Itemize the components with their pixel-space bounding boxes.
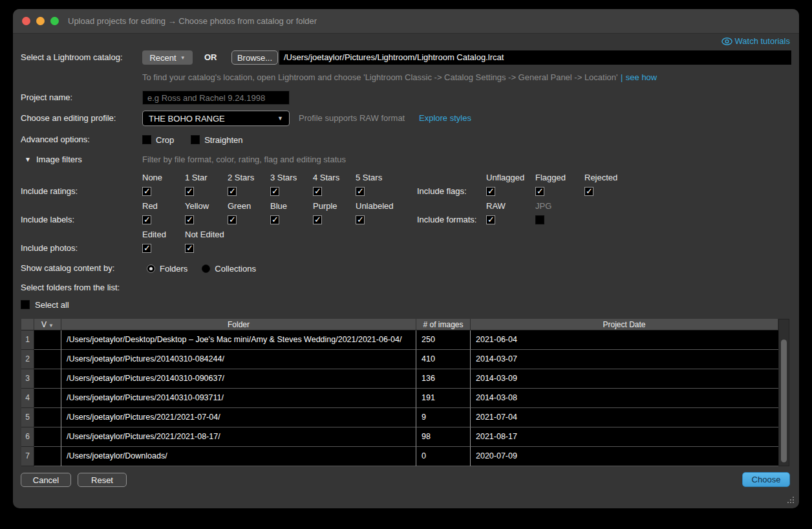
row-number: 4 xyxy=(21,389,34,408)
scrollbar-thumb[interactable] xyxy=(781,340,787,462)
photos-not-edited-checkbox[interactable] xyxy=(185,244,194,253)
folder-cell[interactable]: /Users/joetaylor/Desktop/Desktop – Joe's… xyxy=(61,330,416,350)
row-select-checkbox[interactable] xyxy=(34,369,61,389)
zoom-button[interactable] xyxy=(50,17,59,25)
label-unlabeled-checkbox[interactable] xyxy=(356,215,365,224)
images-cell: 0 xyxy=(416,447,471,466)
straighten-label: Straighten xyxy=(204,135,242,145)
row-select-checkbox[interactable] xyxy=(34,330,61,350)
folder-cell[interactable]: /Users/joetaylor/Downloads/ xyxy=(61,447,416,466)
include-labels-label: Include labels: xyxy=(21,213,74,227)
row-number: 6 xyxy=(21,427,34,447)
column-header: Unflagged xyxy=(486,173,535,182)
column-header: Flagged xyxy=(535,173,584,182)
rating-none-checkbox[interactable] xyxy=(142,187,151,196)
folders-radio-label: Folders xyxy=(160,264,187,274)
label-blue-checkbox[interactable] xyxy=(270,215,279,224)
chevron-down-icon: ▼ xyxy=(277,115,283,122)
watch-tutorials-link[interactable]: Watch tutorials xyxy=(721,36,791,46)
minimize-button[interactable] xyxy=(36,17,45,25)
format-jpg-checkbox[interactable] xyxy=(535,215,544,224)
flag-rejected-checkbox[interactable] xyxy=(584,187,593,196)
flag-unflagged-checkbox[interactable] xyxy=(486,187,495,196)
see-how-link[interactable]: see how xyxy=(626,72,657,82)
image-filters-title: Image filters xyxy=(36,153,82,167)
browse-button[interactable]: Browse... xyxy=(231,50,278,65)
resize-grip[interactable] xyxy=(786,496,795,504)
straighten-checkbox[interactable] xyxy=(191,135,200,144)
photos-edited-checkbox[interactable] xyxy=(142,244,151,253)
profile-label: Choose an editing profile: xyxy=(21,111,116,126)
catalog-path-field[interactable]: /Users/joetaylor/Pictures/Lightroom/Ligh… xyxy=(279,50,791,65)
date-column-header[interactable]: Project Date xyxy=(471,319,778,330)
label-green-checkbox[interactable] xyxy=(228,215,237,224)
explore-styles-link[interactable]: Explore styles xyxy=(419,111,471,126)
column-header: 5 Stars xyxy=(356,173,398,182)
row-number: 7 xyxy=(21,447,34,466)
row-select-checkbox[interactable] xyxy=(34,447,61,466)
images-cell: 250 xyxy=(416,330,471,350)
label-purple-checkbox[interactable] xyxy=(313,215,322,224)
rating-3stars-checkbox[interactable] xyxy=(270,187,279,196)
window-title: Upload projects for editing → Choose pho… xyxy=(68,9,317,34)
project-name-input[interactable] xyxy=(142,91,290,105)
recent-dropdown[interactable]: Recent ▼ xyxy=(142,50,193,65)
label-red-checkbox[interactable] xyxy=(142,215,151,224)
select-folders-label: Select folders from the list: xyxy=(21,281,120,294)
date-cell: 2021-07-04 xyxy=(471,408,778,427)
advanced-options-label: Advanced options: xyxy=(21,134,90,146)
folder-cell[interactable]: /Users/joetaylor/Pictures/20140310-09063… xyxy=(61,369,416,389)
flag-flagged-checkbox[interactable] xyxy=(535,187,544,196)
rating-5stars-checkbox[interactable] xyxy=(356,187,365,196)
project-name-label: Project name: xyxy=(21,91,72,105)
image-filters-hint: Filter by file format, color, rating, fl… xyxy=(142,153,346,167)
select-all-checkbox[interactable] xyxy=(21,300,30,309)
rating-1star-checkbox[interactable] xyxy=(185,187,194,196)
column-header: Green xyxy=(228,201,270,211)
crop-checkbox[interactable] xyxy=(142,135,151,144)
folder-column-header[interactable]: Folder xyxy=(61,319,416,330)
column-header: Blue xyxy=(270,201,313,211)
folder-cell[interactable]: /Users/joetaylor/Pictures/20140310-09371… xyxy=(61,389,416,408)
rating-4stars-checkbox[interactable] xyxy=(313,187,322,196)
images-cell: 98 xyxy=(416,427,471,447)
format-raw-checkbox[interactable] xyxy=(486,215,495,224)
close-button[interactable] xyxy=(22,17,30,25)
folder-cell[interactable]: /Users/joetaylor/Pictures/2021/2021-08-1… xyxy=(61,427,416,447)
crop-label: Crop xyxy=(156,135,174,145)
reset-button[interactable]: Reset xyxy=(78,473,127,487)
label-yellow-checkbox[interactable] xyxy=(185,215,194,224)
folders-radio[interactable] xyxy=(147,264,155,273)
table-corner-header xyxy=(21,319,34,330)
row-select-checkbox[interactable] xyxy=(34,427,61,447)
disclosure-triangle-icon[interactable]: ▼ xyxy=(25,153,31,167)
folder-cell[interactable]: /Users/joetaylor/Pictures/2021/2021-07-0… xyxy=(61,408,416,427)
row-select-checkbox[interactable] xyxy=(34,408,61,427)
column-header: Not Edited xyxy=(185,230,237,239)
images-cell: 136 xyxy=(416,369,471,389)
column-header: Rejected xyxy=(584,173,634,182)
profile-select[interactable]: THE BOHO RANGE ▼ xyxy=(142,111,290,126)
column-header: 4 Stars xyxy=(313,173,356,182)
title-bar: Upload projects for editing → Choose pho… xyxy=(13,9,799,34)
profile-selected-value: THE BOHO RANGE xyxy=(149,114,225,124)
dialog-window: Upload projects for editing → Choose pho… xyxy=(13,9,799,508)
choose-button[interactable]: Choose xyxy=(742,472,790,487)
rating-2stars-checkbox[interactable] xyxy=(228,187,237,196)
include-flags-label: Include flags: xyxy=(417,184,467,199)
folder-cell[interactable]: /Users/joetaylor/Pictures/20140310-08424… xyxy=(61,350,416,369)
date-cell: 2014-03-08 xyxy=(471,389,778,408)
collections-radio-label: Collections xyxy=(215,264,256,274)
images-cell: 410 xyxy=(416,350,471,369)
cancel-button[interactable]: Cancel xyxy=(21,473,71,487)
row-select-checkbox[interactable] xyxy=(34,350,61,369)
images-column-header[interactable]: # of images xyxy=(416,319,471,330)
collections-radio[interactable] xyxy=(202,264,210,273)
table-scrollbar[interactable] xyxy=(778,319,789,466)
row-select-checkbox[interactable] xyxy=(34,389,61,408)
images-cell: 191 xyxy=(416,389,471,408)
row-number: 5 xyxy=(21,408,34,427)
column-header: Unlabeled xyxy=(356,201,398,211)
check-column-header[interactable]: V▼ xyxy=(34,319,61,330)
include-photos-label: Include photos: xyxy=(21,241,78,255)
